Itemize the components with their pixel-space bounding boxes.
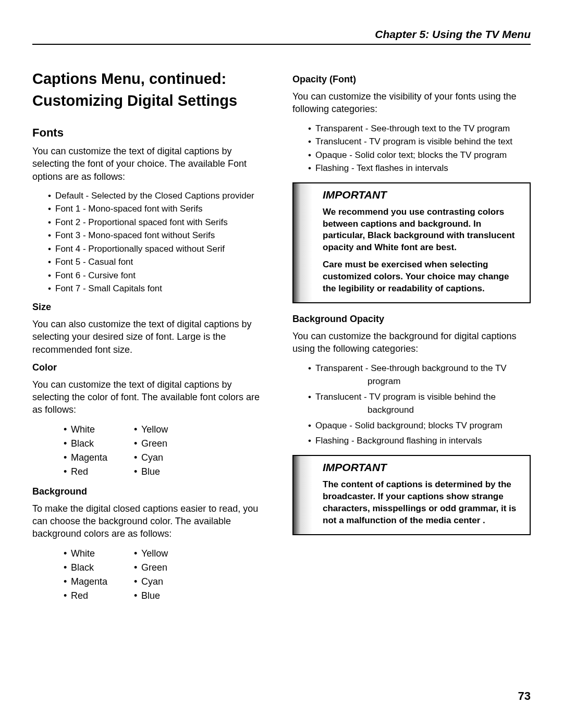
list-item: Transparent - See-through background to … [308,362,531,388]
color-item: Yellow [134,547,194,561]
background-heading: Background [32,486,271,497]
color-text: You can customize the text of digital ca… [32,378,271,416]
background-grid: White Yellow Black Green Magenta Cyan Re… [32,547,271,603]
list-item: Flashing - Text flashes in intervals [308,162,531,175]
list-item: Font 7 - Small Capitals font [48,282,271,295]
list-item: Translucent - TV program is visible behi… [308,390,531,417]
bg-opacity-text: You can customize the background for dig… [292,330,531,355]
fonts-list: Default - Selected by the Closed Caption… [32,189,271,295]
header-rule [32,44,531,45]
color-item: Black [64,561,124,575]
important-title: IMPORTANT [323,189,519,201]
color-item: Magenta [64,451,124,465]
important-text: The content of captions is determined by… [323,479,519,527]
color-item: Red [64,465,124,479]
chapter-header: Chapter 5: Using the TV Menu [32,28,531,41]
important-box-1: IMPORTANT We recommend you use contrasti… [292,182,531,304]
list-item: Transparent - See-through text to the TV… [308,122,531,135]
list-item: Font 3 - Mono-spaced font without Serifs [48,229,271,242]
background-text: To make the digital closed captions easi… [32,502,271,540]
color-item: Magenta [64,575,124,589]
list-item: Default - Selected by the Closed Caption… [48,189,271,203]
important-text: Care must be exercised when selecting cu… [323,259,519,295]
fonts-intro: You can customize the text of digital ca… [32,145,271,183]
color-item: White [64,547,124,561]
color-heading: Color [32,362,271,373]
list-item: Font 4 - Proportionally spaced without S… [48,242,271,256]
size-heading: Size [32,302,271,313]
list-item: Font 2 - Proportional spaced font with S… [48,216,271,229]
important-title: IMPORTANT [323,461,519,474]
list-item: Font 5 - Casual font [48,255,271,269]
color-item: Yellow [134,423,194,437]
size-text: You can also customize the text of digit… [32,318,271,356]
opacity-font-text: You can customize the visibility of your… [292,90,531,116]
content-columns: Captions Menu, continued: Customizing Di… [32,68,531,610]
page-title: Captions Menu, continued: Customizing Di… [32,68,271,112]
list-item: Font 1 - Mono-spaced font with Serifs [48,202,271,216]
color-item: Green [134,561,194,575]
list-item: Flashing - Background flashing in interv… [308,434,531,448]
opacity-font-heading: Opacity (Font) [292,74,531,85]
color-item: Green [134,437,194,451]
color-grid: White Yellow Black Green Magenta Cyan Re… [32,423,271,479]
color-item: White [64,423,124,437]
color-item: Blue [134,589,194,603]
right-column: Opacity (Font) You can customize the vis… [292,68,531,610]
color-item: Blue [134,465,194,479]
important-text: We recommend you use contrasting colors … [323,206,519,254]
left-column: Captions Menu, continued: Customizing Di… [32,68,271,610]
important-box-2: IMPORTANT The content of captions is det… [292,455,531,535]
bg-opacity-list: Transparent - See-through background to … [292,362,531,448]
page-number: 73 [518,689,531,703]
list-item: Opaque - Solid background; blocks TV pro… [308,419,531,433]
color-item: Cyan [134,451,194,465]
color-item: Black [64,437,124,451]
list-item: Translucent - TV program is visible behi… [308,135,531,149]
color-item: Cyan [134,575,194,589]
bg-opacity-heading: Background Opacity [292,314,531,325]
opacity-font-list: Transparent - See-through text to the TV… [292,122,531,175]
list-item: Opaque - Solid color text; blocks the TV… [308,149,531,162]
color-item: Red [64,589,124,603]
fonts-heading: Fonts [32,126,271,140]
list-item: Font 6 - Cursive font [48,269,271,282]
